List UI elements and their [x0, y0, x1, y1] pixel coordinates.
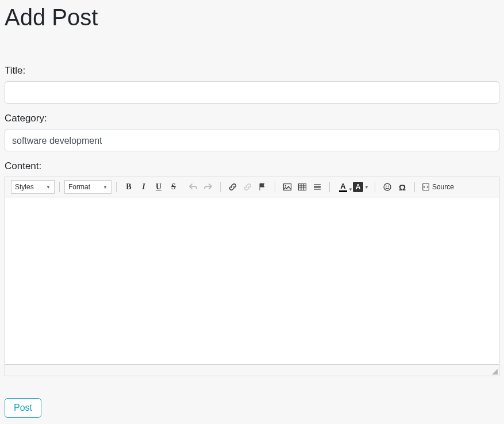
svg-point-11 — [386, 186, 387, 187]
format-dropdown[interactable]: Format ▼ — [64, 180, 111, 194]
category-group: Category: software development — [5, 113, 499, 151]
styles-dropdown[interactable]: Styles ▼ — [11, 180, 55, 194]
text-color-button[interactable]: A ▼ — [334, 179, 352, 194]
separator — [59, 182, 60, 192]
link-button[interactable] — [225, 179, 240, 194]
italic-button[interactable]: I — [136, 179, 151, 194]
title-label: Title: — [5, 65, 499, 77]
flag-icon — [258, 182, 267, 192]
link-icon — [228, 182, 237, 192]
unlink-icon — [243, 182, 252, 192]
anchor-button[interactable] — [255, 179, 270, 194]
special-char-button[interactable]: Ω — [395, 179, 410, 194]
svg-point-10 — [384, 184, 391, 190]
content-label: Content: — [5, 161, 499, 172]
title-group: Title: — [5, 65, 499, 104]
svg-rect-0 — [284, 184, 291, 190]
svg-point-12 — [388, 186, 389, 187]
source-icon — [422, 183, 430, 191]
smiley-button[interactable] — [380, 179, 395, 194]
content-group: Content: Styles ▼ Format ▼ B I U — [5, 161, 499, 376]
source-button-label: Source — [432, 183, 454, 191]
table-icon — [298, 182, 307, 192]
horizontal-rule-icon — [313, 182, 322, 192]
background-color-button[interactable]: A ▼ — [352, 181, 370, 193]
background-color-icon: A — [353, 182, 363, 192]
horizontal-rule-button[interactable] — [310, 179, 325, 194]
undo-button[interactable] — [186, 179, 201, 194]
image-button[interactable] — [280, 179, 295, 194]
separator — [375, 182, 375, 192]
source-button[interactable]: Source — [420, 179, 456, 194]
content-editor[interactable] — [5, 197, 499, 364]
separator — [414, 182, 415, 192]
bold-button[interactable]: B — [121, 179, 136, 194]
table-button[interactable] — [295, 179, 310, 194]
category-select[interactable]: software development — [5, 129, 499, 151]
smiley-icon — [383, 182, 392, 192]
underline-button[interactable]: U — [151, 179, 166, 194]
undo-icon — [188, 182, 198, 192]
post-button[interactable]: Post — [5, 398, 41, 418]
redo-icon — [203, 182, 213, 192]
separator — [275, 182, 275, 192]
rich-text-editor: Styles ▼ Format ▼ B I U S — [5, 177, 499, 376]
resize-handle[interactable] — [491, 368, 498, 375]
chevron-down-icon: ▼ — [348, 187, 353, 192]
category-label: Category: — [5, 113, 499, 124]
editor-footer — [5, 364, 499, 376]
redo-button[interactable] — [201, 179, 216, 194]
text-color-icon: A — [340, 182, 345, 190]
separator — [329, 182, 330, 192]
separator — [220, 182, 221, 192]
separator — [116, 182, 117, 192]
format-dropdown-label: Format — [68, 183, 90, 191]
unlink-button[interactable] — [240, 179, 255, 194]
title-input[interactable] — [5, 81, 499, 104]
image-icon — [283, 182, 292, 192]
chevron-down-icon: ▼ — [103, 185, 107, 190]
styles-dropdown-label: Styles — [15, 183, 34, 191]
svg-point-1 — [285, 185, 286, 186]
chevron-down-icon: ▼ — [364, 185, 369, 190]
svg-rect-2 — [299, 184, 306, 190]
editor-toolbar: Styles ▼ Format ▼ B I U S — [5, 177, 499, 197]
page-title: Add Post — [5, 5, 499, 30]
strikethrough-button[interactable]: S — [166, 179, 181, 194]
chevron-down-icon: ▼ — [46, 185, 51, 190]
